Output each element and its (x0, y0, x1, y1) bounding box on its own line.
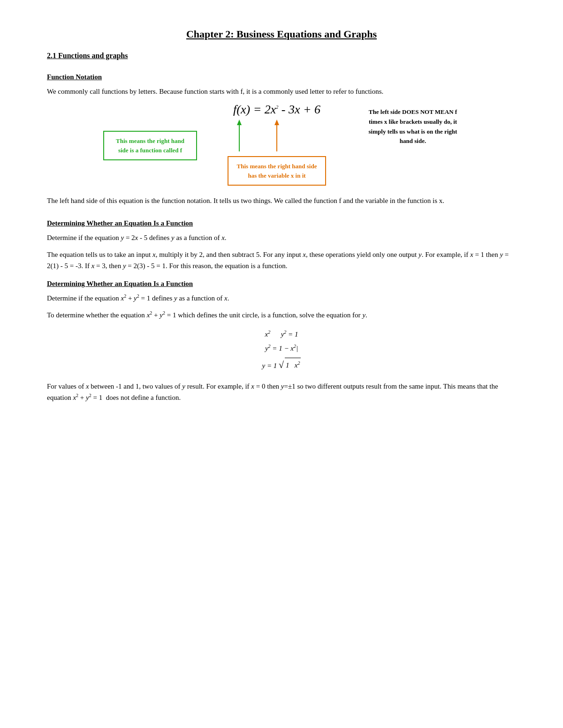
subsection1-title: Function Notation (47, 73, 516, 81)
main-formula: f(x) = 2x2 - 3x + 6 (233, 103, 320, 117)
chapter-title: Chapter 2: Business Equations and Graphs (47, 28, 516, 40)
math-steps: x2 y2 = 1 y2 = 1 − x2| y = 1 √ 1 x2 (47, 327, 516, 374)
svg-marker-1 (237, 120, 242, 125)
subsection2-title: Determining Whether an Equation Is a Fun… (47, 219, 516, 227)
formula-annotation-container: This means the right hand side is a func… (47, 103, 516, 186)
math-line1: x2 y2 = 1 (265, 327, 298, 341)
para1: We commonly call functions by letters. B… (47, 86, 516, 97)
section-title: 2.1 Functions and graphs (47, 52, 516, 60)
example1-body: The equation tells us to take an input x… (47, 249, 516, 271)
example2-intro: Determine if the equation x2 + y2 = 1 de… (47, 293, 516, 304)
para3: For values of x between -1 and 1, two va… (47, 381, 516, 403)
example2-body: To determine whether the equation x2 + y… (47, 309, 516, 321)
orange-annotation-box: This means the right hand side has the v… (228, 156, 326, 186)
arrows-svg (202, 119, 352, 156)
green-annotation-box: This means the right hand side is a func… (103, 131, 197, 160)
math-line3: y = 1 √ 1 x2 (262, 355, 301, 374)
example1-intro: Determine if the equation y = 2x - 5 def… (47, 232, 516, 243)
svg-marker-3 (274, 120, 279, 125)
subsection3-title: Determining Whether an Equation Is a Fun… (47, 280, 516, 288)
para2: The left hand side of this equation is t… (47, 195, 516, 206)
right-note: The left side DOES NOT MEAN f times x li… (366, 107, 460, 146)
math-line2: y2 = 1 − x2| (265, 341, 298, 355)
